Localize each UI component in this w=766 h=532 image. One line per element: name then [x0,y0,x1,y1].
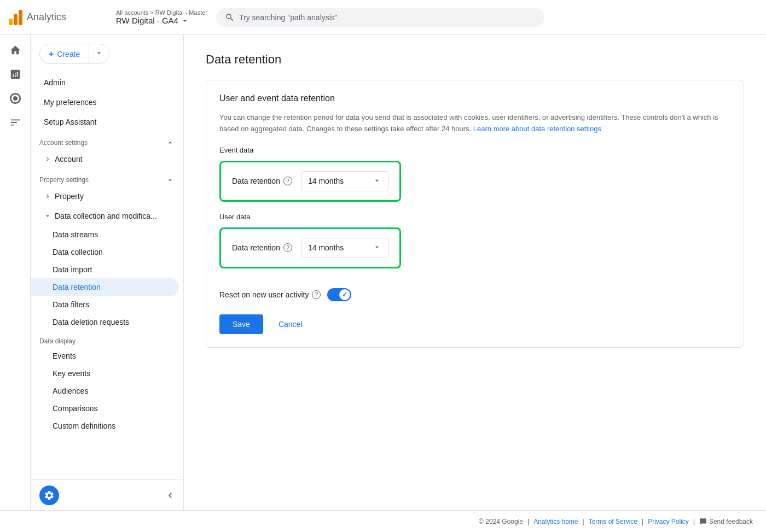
retention-card: User and event data retention You can ch… [206,80,744,348]
footer-analytics-home[interactable]: Analytics home [533,518,578,525]
create-dropdown-arrow[interactable] [89,44,109,63]
sidebar-icon-home[interactable] [4,39,26,61]
user-dropdown-arrow-icon [373,243,381,253]
logo-area: Analytics [9,10,107,25]
toggle-help-icon[interactable]: ? [312,290,321,299]
search-placeholder: Try searching "path analysis" [239,13,338,22]
nav-sub-events[interactable]: Events [31,347,183,365]
description-text: You can change the retention period for … [219,112,730,135]
user-retention-dropdown[interactable]: 14 months [301,238,388,258]
footer-copyright: © 2024 Google [479,518,523,525]
settings-button[interactable] [39,486,59,505]
nav-sub-data-retention[interactable]: Data retention [31,278,179,296]
sidebar-icon-reports[interactable] [4,63,26,85]
account-name[interactable]: RW Digital - GA4 [116,16,207,25]
nav-item-preferences[interactable]: My preferences [31,92,183,112]
nav-sub-audiences[interactable]: Audiences [31,382,183,400]
nav-item-property[interactable]: Property [31,186,183,206]
event-data-label: Event data [219,146,730,154]
account-breadcrumb: All accounts > RW Digital - Master [116,9,207,16]
learn-more-link[interactable]: Learn more about data retention settings [473,125,601,133]
account-section-header[interactable]: Account settings [31,132,183,149]
nav-item-account[interactable]: Account [31,149,183,169]
user-data-label: User data [219,213,730,221]
nav-sub-data-import[interactable]: Data import [31,261,183,278]
nav-item-setup[interactable]: Setup Assistant [31,112,183,132]
toggle-row: Reset on new user activity ? ✓ [219,288,730,301]
toggle-knob: ✓ [339,289,350,300]
footer: © 2024 Google | Analytics home | Terms o… [0,510,766,532]
user-retention-value: 14 months [308,243,368,252]
search-bar[interactable]: Try searching "path analysis" [216,8,544,27]
page-title: Data retention [206,52,744,67]
footer-terms[interactable]: Terms of Service [589,518,637,525]
nav-sub-custom-definitions[interactable]: Custom definitions [31,417,183,435]
card-title: User and event data retention [219,93,730,103]
user-help-icon[interactable]: ? [283,243,292,252]
nav-sub-comparisons[interactable]: Comparisons [31,400,183,417]
nav-item-admin[interactable]: Admin [31,73,183,92]
toggle-switch[interactable]: ✓ [327,288,351,301]
user-retention-label: Data retention ? [232,243,292,252]
nav-sub-data-deletion[interactable]: Data deletion requests [31,313,183,331]
event-help-icon[interactable]: ? [283,177,292,185]
toggle-label: Reset on new user activity ? [219,290,321,299]
event-retention-label: Data retention ? [232,177,292,185]
nav-sub-data-collection[interactable]: Data collection [31,243,183,261]
event-retention-dropdown[interactable]: 14 months [301,171,388,191]
nav-sub-data-filters[interactable]: Data filters [31,296,183,313]
event-retention-value: 14 months [308,177,368,185]
footer-feedback[interactable]: Send feedback [699,518,753,525]
plus-icon: + [49,49,54,59]
logo-icon [9,10,22,25]
toggle-check-icon: ✓ [342,291,347,299]
action-buttons: Save Cancel [219,314,730,334]
nav-sub-key-events[interactable]: Key events [31,365,183,382]
topbar: Analytics All accounts > RW Digital - Ma… [0,0,766,35]
collapse-button[interactable] [161,487,179,504]
event-data-retention-box: Data retention ? 14 months [219,161,401,202]
user-data-retention-box: Data retention ? 14 months [219,227,401,268]
sidebar-icons [0,35,31,510]
property-section-header[interactable]: Property settings [31,169,183,186]
nav-item-data-collection-group[interactable]: Data collection and modifica... [31,206,183,226]
main-content: Data retention User and event data reten… [184,35,766,510]
logo-text: Analytics [27,11,66,23]
create-button[interactable]: + Create [39,44,109,64]
create-label: Create [57,50,80,59]
nav-panel: + Create Admin My preferences Setup Assi… [31,35,184,510]
event-dropdown-arrow-icon [373,176,381,186]
sidebar-icon-advertising[interactable] [4,112,26,133]
account-selector[interactable]: All accounts > RW Digital - Master RW Di… [116,9,207,25]
save-button[interactable]: Save [219,314,263,334]
data-display-header[interactable]: Data display [31,331,183,347]
nav-sub-data-streams[interactable]: Data streams [31,226,183,243]
sidebar-icon-explore[interactable] [4,87,26,109]
footer-privacy[interactable]: Privacy Policy [648,518,689,525]
cancel-button[interactable]: Cancel [270,314,311,334]
